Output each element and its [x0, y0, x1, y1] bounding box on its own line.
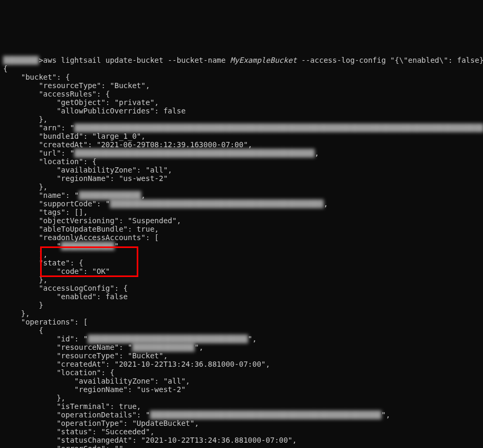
bucket-name-arg: MyExampleBucket	[230, 56, 297, 64]
json-op-isterminal: "isTerminal": true,	[3, 402, 141, 411]
json-op-details-line: "operationDetails": "███████████████████…	[3, 411, 390, 419]
json-region: "regionName": "us-west-2"	[3, 174, 168, 183]
json-bundle-id: "bundleId": "large_1_0",	[3, 132, 146, 140]
json-op-az: "availabilityZone": "all",	[3, 377, 190, 385]
json-op-id-line: "id": "█████████████████████████████████…	[3, 335, 257, 343]
json-get-object: "getObject": "private",	[3, 98, 159, 107]
prompt-redacted: ████████	[3, 56, 39, 64]
readonly-redacted: ████████████	[61, 242, 115, 250]
json-created-at: "createdAt": "2021-06-29T08:12:39.163000…	[3, 140, 252, 149]
json-resource-type: "resourceType": "Bucket",	[3, 81, 150, 90]
json-op-errorcode: "errorCode": "",	[3, 444, 128, 448]
json-allow-public: "allowPublicOverrides": false	[3, 107, 186, 115]
json-accesslog-open: "accessLogConfig": {	[3, 284, 128, 292]
terminal-output[interactable]: ████████>aws lightsail update-bucket --b…	[0, 42, 483, 448]
command-line: ████████>aws lightsail update-bucket --b…	[3, 56, 483, 64]
json-readonly-item: "████████████"	[3, 242, 119, 250]
json-name-line: "name": "██████████████,	[3, 191, 146, 199]
json-access-rules-open: "accessRules": {	[3, 90, 110, 98]
cmd-pre: >aws lightsail update-bucket --bucket-na…	[39, 56, 230, 64]
json-readonly-close: ],	[3, 250, 48, 259]
json-accesslog-enabled: "enabled": false	[3, 292, 128, 301]
json-op-location-close: },	[3, 394, 65, 402]
json-bucket-open: "bucket": {	[3, 73, 70, 81]
json-accesslog-close: }	[3, 301, 43, 309]
json-state-code: "code": "OK"	[3, 267, 110, 275]
json-bucket-close: },	[3, 309, 30, 318]
json-op-statuschanged: "statusChangedAt": "2021-10-22T13:24:36.…	[3, 436, 297, 444]
arn-redacted: ████████████████████████████████████████…	[74, 123, 483, 132]
json-location-open: "location": {	[3, 157, 97, 166]
json-op-type: "operationType": "UpdateBucket",	[3, 419, 199, 427]
json-az: "availabilityZone": "all",	[3, 166, 172, 174]
json-readonly-open: "readonlyAccessAccounts": [	[3, 233, 159, 242]
json-op-region: "regionName": "us-west-2"	[3, 385, 186, 394]
json-op-location-open: "location": {	[3, 368, 115, 377]
json-object-versioning: "objectVersioning": "Suspended",	[3, 216, 181, 225]
json-arn-line: "arn": "████████████████████████████████…	[3, 123, 483, 132]
json-state-open: "state": {	[3, 259, 83, 267]
op-details-redacted: ████████████████████████████████████████…	[150, 411, 381, 419]
json-op-status: "status": "Succeeded",	[3, 427, 155, 436]
json-open: {	[3, 64, 7, 73]
json-op-resourcename-line: "resourceName": "██████████████",	[3, 343, 203, 351]
json-state-close: },	[3, 275, 48, 284]
op-id-redacted: ████████████████████████████████████	[88, 335, 248, 343]
json-able-to-update: "ableToUpdateBundle": true,	[3, 225, 159, 233]
json-op-createdat: "createdAt": "2021-10-22T13:24:36.881000…	[3, 360, 270, 368]
json-location-close: },	[3, 183, 48, 191]
url-redacted: ████████████████████████████████████████…	[74, 149, 315, 157]
op-resname-redacted: ██████████████	[132, 343, 194, 351]
json-op-open: {	[3, 326, 43, 335]
json-access-rules-close: },	[3, 115, 48, 123]
json-operations-open: "operations": [	[3, 318, 88, 326]
json-support-code-line: "supportCode": "████████████████████████…	[3, 199, 328, 208]
json-op-resourcetype: "resourceType": "Bucket",	[3, 351, 168, 360]
json-url-line: "url": "████████████████████████████████…	[3, 149, 319, 157]
json-tags: "tags": [],	[3, 208, 88, 216]
name-redacted: ██████████████	[79, 191, 141, 199]
support-code-redacted: ████████████████████████████████████████…	[110, 199, 324, 208]
cmd-post: --access-log-config "{\"enabled\": false…	[297, 56, 483, 64]
